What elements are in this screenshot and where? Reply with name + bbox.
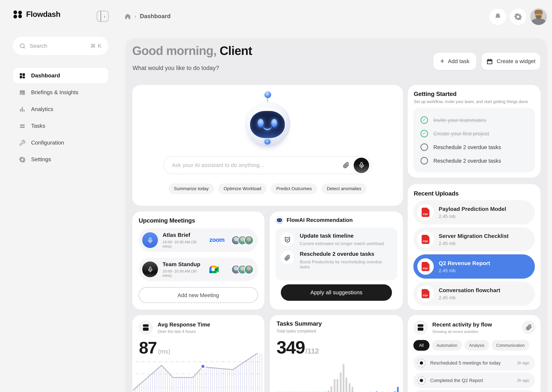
robot-face [250,111,285,138]
search-shortcut: ⌘ K [90,43,102,49]
suggestion-item: Update task timeline Current estimates n… [280,233,392,246]
home-icon[interactable] [124,13,131,20]
sidebar-item-dashboard[interactable]: Dashboard [13,68,108,84]
checklist-item[interactable]: ✓ Reschedule 2 overdue tasks [421,154,528,168]
mic-icon [142,261,158,277]
settings-button[interactable] [510,8,526,25]
activity-status-icon [417,376,426,385]
app-logo: Flowdash [13,10,60,19]
upload-file-row[interactable]: Conversation flowchart 2.45 mb [413,281,535,306]
voice-input-button[interactable] [354,157,369,173]
sidebar-item-label: Configuration [31,140,64,146]
suggestion-chip[interactable]: Summarize today [169,183,214,194]
search-icon [19,43,26,49]
checklist-item[interactable]: ✓ Invite your teammates [421,113,528,127]
file-name: Server Migration Checklist [439,233,508,239]
getting-started-card: Getting Started Set up workflow, invite … [408,85,541,178]
file-icon-circle [417,285,434,302]
flowdash-logo-icon [13,10,22,19]
ai-assistant-input[interactable]: Ask your AI assistant to do anything... [164,156,371,174]
activity-row[interactable]: Completed the Q2 Report 2h ago [413,372,535,388]
greeting-subtitle: What would you like to do today? [133,65,219,71]
activity-list: Rescheduled 5 meetings for today 2h ago … [413,355,535,392]
robot-antenna-ball [264,91,271,98]
avatar [244,265,254,274]
response-time-chart [133,353,264,392]
sidebar-item-label: Analytics [31,106,53,112]
suggestion-desc: Current estimates no longer match worklo… [300,241,385,246]
check-circle-icon: ✓ [421,157,428,164]
sidebar-item-label: Settings [31,156,51,163]
search-input[interactable]: Search ⌘ K [13,37,108,55]
add-task-label: Add task [448,58,470,65]
apply-all-suggestions-button[interactable]: Apply all suggestions [281,284,392,301]
sidebar-collapse-button[interactable]: › [97,11,109,22]
file-name: Conversation flowchart [439,287,500,294]
filter-pill[interactable]: Communication [492,340,529,351]
breadcrumb: › Dashboard [124,13,171,20]
zoom-logo: zoom [210,237,225,244]
meeting-row[interactable]: Atlas Brief 10:00- 10:30 AM (30 mins) zo… [139,228,258,252]
ai-suggestion-chips: Summarize todayOptimize WorkloadPredict … [132,183,403,194]
file-size: 2.45 mb [439,295,500,300]
create-widget-button[interactable]: Create a widget [482,53,540,70]
suggestion-title: Reschedule 2 overdue tasks [300,251,392,257]
bell-icon [494,13,501,20]
attach-button[interactable] [343,162,349,168]
tasks-summary-title: Tasks Summary [276,320,322,328]
pdf-file-icon [421,208,429,217]
chip-label: Summarize today [174,186,209,191]
upload-file-row[interactable]: Server Migration Checklist 2.45 mb [413,227,535,252]
meeting-row[interactable]: Team Standup 10:00- 10:30 AM (30 mins) [139,258,258,281]
suggestion-chip[interactable]: Optimize Workload [218,183,267,194]
user-avatar[interactable] [530,8,547,25]
notifications-button[interactable] [489,8,506,25]
file-icon-circle [417,258,434,275]
paperclip-icon [343,162,349,168]
activity-text: Completed the Q2 Report [430,378,513,383]
suggestion-chip[interactable]: Detect anomalies [321,183,367,194]
filter-pill[interactable]: Analysis [465,340,489,351]
meeting-time: 10:00- 10:30 AM (30 mins) [162,240,205,248]
attendee-avatars [231,265,254,274]
activity-text: Rescheduled 5 meetings for today [430,360,513,365]
sidebar-nav: Dashboard Briefings & Insights Analytics… [13,68,108,168]
create-widget-label: Create a widget [497,58,536,65]
flowai-recommendation-card: FlowAI Recommendation Update task timeli… [270,211,403,310]
add-task-button[interactable]: + Add task [433,53,476,70]
activity-row[interactable]: Rescheduled 5 meetings for today 2h ago [413,355,535,371]
sidebar-item-settings[interactable]: Settings [13,152,108,168]
checklist-item[interactable]: ✓ Create your first project [421,127,528,140]
paperclip-icon [280,251,294,264]
gear-icon [19,156,26,163]
mic-icon [358,162,365,168]
sidebar-item-tasks[interactable]: Tasks [13,118,108,134]
suggestion-chip[interactable]: Predict Outcomes [271,183,317,194]
file-size: 2.45 mb [439,268,490,273]
tasks-completed-value: 349 [276,337,305,358]
filter-pill[interactable]: All [413,340,429,351]
robot-eye [271,119,277,127]
filter-pill[interactable]: Automation [432,340,462,351]
checklist-item[interactable]: ✓ Reschedule 2 overdue tasks [421,140,528,154]
getting-started-subtitle: Set up workflow, invite your team, and s… [414,100,528,104]
upload-file-row[interactable]: Payload Prediction Model 2.45 mb [413,200,535,224]
uploads-list: Payload Prediction Model 2.45 mb Server … [413,200,535,308]
pdf-file-icon [421,235,429,244]
main-panel: Good morning, Client What would you like… [125,38,547,392]
activity-row[interactable] [413,390,535,392]
upload-file-row[interactable]: Q2 Revenue Report 2.45 mb [413,254,535,279]
activity-time: 2h ago [517,361,529,365]
sidebar-item-configuration[interactable]: Configuration [13,135,108,151]
sidebar-item-briefings[interactable]: Briefings & Insights [13,84,108,100]
check-circle-icon: ✓ [421,143,428,151]
sidebar-item-analytics[interactable]: Analytics [13,101,108,117]
paperclip-icon [526,324,532,330]
robot-body [245,102,291,145]
app-window: Flowdash › › Dashboard [0,0,552,392]
activity-attach-button[interactable] [522,320,536,334]
suggestion-desc: Boost Productivity by rescheduling overd… [300,259,392,269]
add-meeting-button[interactable]: Add new Meeting [139,287,258,303]
chip-label: Detect anomalies [327,186,361,191]
filter-label: Analysis [469,343,485,347]
